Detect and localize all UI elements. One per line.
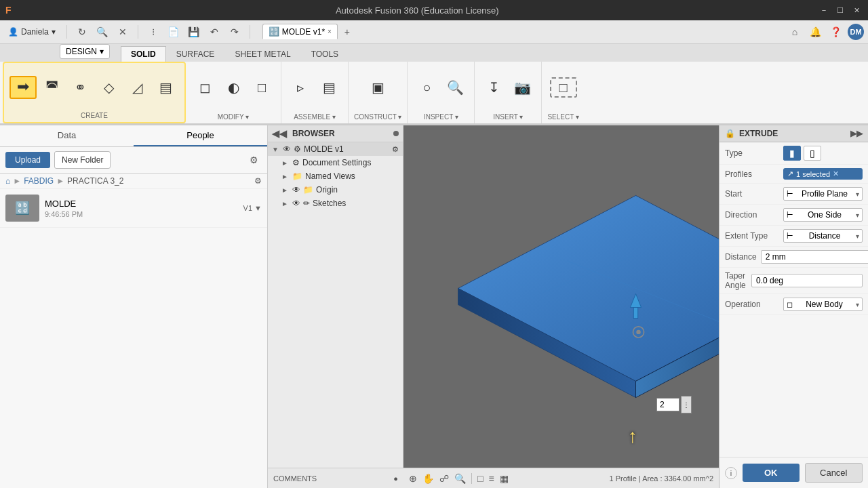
maximize-button[interactable]: ☐ (834, 4, 846, 16)
orbit-button[interactable]: ⊕ (409, 473, 417, 484)
new-folder-button[interactable]: New Folder (54, 151, 111, 169)
browser-item-root[interactable]: ▼ 👁 ⚙ MOLDE v1 ⚙ (268, 142, 403, 156)
root-eye-icon: 👁 (283, 144, 291, 154)
avatar[interactable]: DM (848, 24, 864, 40)
construct-btn1[interactable]: ▣ (364, 79, 391, 96)
grid-button[interactable]: ≡ (488, 473, 494, 484)
ribbon-tab-solid[interactable]: SOLID (121, 46, 166, 62)
home-button[interactable]: ⌂ (787, 24, 803, 40)
add-tab-button[interactable]: + (339, 24, 355, 40)
settings-button[interactable]: ⚙ (245, 152, 262, 168)
extent-type-select[interactable]: ⊢ Distance ▾ (783, 229, 863, 243)
undo-button[interactable]: ↶ (206, 24, 222, 40)
status-message: 1 Profile | Area : 3364.00 mm^2 (609, 474, 713, 483)
browser-options-button[interactable] (393, 131, 399, 136)
top-nav: 👤 Daniela ▾ ↻ 🔍 ✕ ⁝ 📄 💾 ↶ ↷ 🔡 MOLDE v1* … (0, 20, 868, 44)
browser-item-sketches[interactable]: ► 👁 ✏ Sketches (268, 197, 403, 210)
taper-angle-label: Taper Angle (725, 271, 747, 290)
ribbon-tab-surface[interactable]: SURFACE (166, 46, 225, 62)
insert-icon1: ↧ (488, 81, 500, 94)
assemble-btn2[interactable]: ▤ (315, 79, 342, 96)
assemble-btn1[interactable]: ▹ (287, 79, 314, 96)
ribbon-tabs: DESIGN ▾ SOLID SURFACE SHEET METAL TOOLS (0, 44, 868, 62)
taper-angle-input[interactable] (751, 274, 863, 287)
help-button[interactable]: ❓ (827, 24, 844, 40)
root-expand-icon: ▼ (272, 146, 280, 153)
fit-button[interactable]: 🔍 (454, 473, 466, 484)
close-nav-button[interactable]: ✕ (115, 24, 131, 40)
modify-buttons: ◻ ◐ □ (191, 64, 275, 110)
sweep-button[interactable]: ⚭ (66, 79, 94, 96)
breadcrumb-home[interactable]: ⌂ (5, 176, 10, 186)
title-bar: F Autodesk Fusion 360 (Education License… (0, 0, 868, 20)
file-button[interactable]: 📄 (165, 24, 182, 40)
design-dropdown[interactable]: DESIGN ▾ (60, 44, 110, 59)
inline-distance-input[interactable]: 2 (656, 398, 679, 411)
operation-dropdown-icon: ▾ (856, 301, 859, 308)
start-select[interactable]: ⊢ Profile Plane ▾ (783, 187, 863, 201)
param-row-extent-type: Extent Type ⊢ Distance ▾ (719, 226, 868, 247)
grid-menu-button[interactable]: ⁝ (145, 24, 161, 40)
breadcrumb-settings-button[interactable]: ⚙ (254, 176, 262, 186)
profile-count: 1 selected (796, 170, 830, 178)
pan-button[interactable]: ✋ (422, 473, 434, 484)
profile-clear-button[interactable]: ✕ (833, 169, 839, 178)
type-icon-surface[interactable]: ▯ (804, 146, 821, 161)
minimize-button[interactable]: − (818, 4, 830, 16)
ok-button[interactable]: OK (743, 464, 800, 482)
extrude-expand-button[interactable]: ▶▶ (850, 129, 863, 138)
modify-btn1[interactable]: ◻ (191, 79, 218, 96)
search-button[interactable]: 🔍 (94, 24, 111, 40)
inspect-icon1: ○ (422, 81, 431, 94)
breadcrumb-fabdig[interactable]: FABDIG (24, 176, 54, 186)
display-mode-button[interactable]: □ (477, 473, 483, 484)
extrude-info-button[interactable]: i (725, 467, 737, 479)
save-button[interactable]: 💾 (186, 24, 202, 40)
inline-input-handle[interactable]: ⋮ (681, 396, 692, 413)
modify-btn3[interactable]: □ (248, 79, 275, 96)
browser-item-named-views[interactable]: ► 📁 Named Views (268, 169, 403, 183)
revolve-button[interactable]: ◚ (38, 78, 65, 97)
ribbon-tab-tools[interactable]: TOOLS (301, 46, 349, 62)
tab-data[interactable]: Data (0, 125, 134, 146)
extent-type-label: Extent Type (725, 231, 779, 241)
insert-btn2[interactable]: 📷 (509, 79, 536, 96)
file-info: MOLDE 9:46:56 PM (45, 199, 238, 218)
file-item[interactable]: 🔡 MOLDE 9:46:56 PM V1 ▼ (0, 189, 267, 228)
operation-select[interactable]: ◻ New Body ▾ (783, 298, 863, 311)
ribbon-tab-sheet-metal[interactable]: SHEET METAL (224, 46, 300, 62)
extrude-button[interactable]: ➡ (9, 76, 37, 99)
close-button[interactable]: ✕ (850, 4, 863, 16)
inspect-btn1[interactable]: ○ (413, 79, 440, 96)
upload-button[interactable]: Upload (5, 152, 50, 168)
assemble-buttons: ▹ ▤ (287, 64, 342, 110)
browser-collapse-button[interactable]: ◀◀ (272, 128, 287, 139)
notification-button[interactable]: 🔔 (807, 24, 823, 40)
tab-molde[interactable]: 🔡 MOLDE v1* × (262, 24, 338, 39)
nav-sep2 (138, 25, 138, 39)
browser-item-doc-settings[interactable]: ► ⚙ Document Settings (268, 156, 403, 169)
redo-button[interactable]: ↷ (226, 24, 243, 40)
inspect-btn2[interactable]: 🔍 (441, 79, 469, 96)
modify-btn2[interactable]: ◐ (220, 79, 247, 96)
tab-close-button[interactable]: × (328, 28, 332, 35)
type-icon-solid[interactable]: ▮ (783, 146, 801, 161)
tab-people[interactable]: People (134, 125, 267, 146)
extrude-title: EXTRUDE (739, 129, 778, 138)
cancel-button[interactable]: Cancel (805, 463, 863, 483)
file-version[interactable]: V1 ▼ (243, 204, 262, 212)
browser-item-origin[interactable]: ► 👁 📁 Origin (268, 183, 403, 197)
loft-button[interactable]: ◇ (95, 79, 122, 96)
select-group: □ SELECT ▾ (542, 62, 585, 123)
select-btn1[interactable]: □ (550, 77, 577, 98)
web-button[interactable]: ▤ (152, 79, 179, 96)
create-group: ➡ ◚ ⚭ ◇ ◿ ▤ CREA (3, 62, 186, 123)
insert-btn1[interactable]: ↧ (480, 79, 507, 96)
distance-input[interactable] (761, 250, 868, 264)
rib-button[interactable]: ◿ (123, 79, 151, 96)
refresh-button[interactable]: ↻ (74, 24, 90, 40)
user-menu[interactable]: 👤 Daniela ▾ (4, 26, 60, 38)
viewport-button[interactable]: ▦ (500, 473, 509, 484)
zoom-button[interactable]: ☍ (439, 473, 449, 484)
direction-select[interactable]: ⊢ One Side ▾ (783, 208, 863, 222)
